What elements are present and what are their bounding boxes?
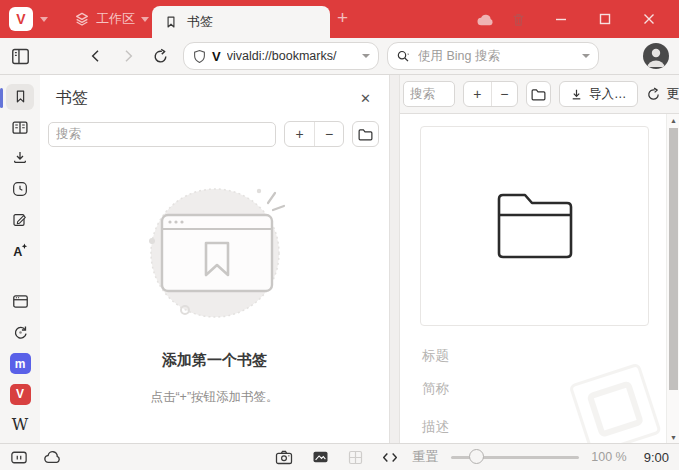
- panel-search-input[interactable]: [56, 127, 268, 141]
- trash-button[interactable]: [510, 11, 527, 28]
- session-loop-icon: [12, 324, 29, 341]
- rail-item-mastodon[interactable]: m: [6, 351, 34, 377]
- maximize-icon: [599, 13, 611, 25]
- rail-item-downloads[interactable]: [6, 146, 34, 172]
- workspace-label: 工作区: [96, 10, 135, 28]
- status-sync-button[interactable]: [43, 450, 63, 464]
- page-actions-button[interactable]: [312, 450, 329, 464]
- import-button[interactable]: 导入…: [559, 81, 638, 107]
- rail-item-bookmarks[interactable]: [6, 84, 34, 110]
- close-icon: [643, 13, 655, 25]
- panel-rail: A m: [0, 75, 40, 443]
- scroll-down-icon[interactable]: ▼: [667, 431, 679, 443]
- manager-toolbar: + − 导入…: [400, 75, 679, 113]
- empty-state-heading: 添加第一个书签: [162, 351, 267, 370]
- vivaldi-menu-button[interactable]: V: [9, 7, 33, 31]
- code-icon: [382, 451, 398, 464]
- manager-add-button[interactable]: +: [464, 82, 491, 106]
- bookmarks-empty-state: 添加第一个书签 点击“+”按钮添加书签。: [40, 151, 389, 443]
- bookmark-icon: [13, 88, 28, 105]
- manager-search-input[interactable]: [410, 87, 448, 101]
- status-panel-toggle-button[interactable]: [10, 450, 28, 465]
- translate-icon: A: [11, 242, 29, 259]
- profile-avatar[interactable]: [643, 43, 669, 69]
- camera-icon: [275, 450, 293, 465]
- cloud-icon: [476, 12, 496, 27]
- panel-search-box[interactable]: [48, 122, 276, 147]
- minimize-button[interactable]: [539, 0, 583, 38]
- maximize-button[interactable]: [583, 0, 627, 38]
- bookmarks-manager: + − 导入…: [400, 75, 679, 443]
- search-field[interactable]: [387, 42, 599, 70]
- reload-button[interactable]: [146, 38, 174, 74]
- empty-state-hint: 点击“+”按钮添加书签。: [150, 389, 278, 406]
- panel-add-remove-group: + −: [284, 121, 344, 147]
- empty-bookmarks-illustration: [135, 179, 295, 325]
- bookmark-icon: [164, 14, 178, 30]
- address-bar: V vivaldi://bookmarks/: [0, 38, 679, 75]
- rail-item-reading-list[interactable]: [6, 115, 34, 141]
- forward-button[interactable]: [114, 38, 142, 74]
- reload-icon: [152, 48, 169, 65]
- rail-item-translate[interactable]: A: [6, 238, 34, 264]
- rail-item-sessions[interactable]: [6, 320, 34, 346]
- bookmark-detail-card: [420, 126, 649, 326]
- manager-remove-button[interactable]: −: [491, 82, 518, 106]
- capture-button[interactable]: [275, 450, 293, 465]
- back-icon: [88, 48, 104, 64]
- image-icon: [312, 450, 329, 464]
- manager-content: 标题 简称 描述 ▲ ▼: [400, 113, 679, 443]
- sync-status-button[interactable]: [476, 12, 496, 27]
- new-tab-button[interactable]: +: [337, 8, 348, 28]
- panel-resize-gutter[interactable]: [390, 75, 400, 443]
- manager-search-box[interactable]: [403, 81, 455, 107]
- url-dropdown-caret-icon[interactable]: [362, 54, 370, 58]
- page-source-button[interactable]: [382, 451, 398, 464]
- field-label-description: 描述: [422, 418, 449, 436]
- rail-item-notes[interactable]: [6, 207, 34, 233]
- tiling-button[interactable]: [348, 450, 363, 465]
- rail-item-windows[interactable]: [6, 289, 34, 315]
- update-thumbnails-button[interactable]: 更: [646, 86, 679, 103]
- title-bar: V 工作区 书签 +: [0, 0, 679, 38]
- add-bookmark-button[interactable]: +: [285, 122, 314, 146]
- rail-item-wikipedia[interactable]: W: [6, 412, 34, 438]
- manager-scrollbar[interactable]: ▲ ▼: [666, 114, 679, 443]
- scroll-up-icon[interactable]: ▲: [667, 114, 679, 126]
- clock[interactable]: 9:00: [644, 450, 669, 465]
- folder-icon: [357, 127, 374, 142]
- close-window-button[interactable]: [627, 0, 671, 38]
- url-field[interactable]: V vivaldi://bookmarks/: [183, 42, 379, 70]
- vivaldi-panel-icon: V: [10, 384, 31, 405]
- search-engine-caret-icon[interactable]: [582, 54, 590, 58]
- zoom-slider[interactable]: [451, 449, 579, 465]
- import-arrow-icon: [570, 88, 583, 101]
- layers-icon: [74, 11, 90, 27]
- window-panel-icon: [12, 294, 29, 309]
- panel-title: 书签: [56, 88, 88, 109]
- manager-add-remove-group: + −: [463, 81, 518, 107]
- refresh-icon: [646, 87, 661, 102]
- rail-item-vivaldi[interactable]: V: [6, 381, 34, 407]
- large-folder-icon: [487, 185, 583, 267]
- zoom-slider-handle[interactable]: [469, 449, 484, 464]
- shield-icon: [193, 49, 206, 64]
- rail-item-history[interactable]: [6, 176, 34, 202]
- tile-grid-icon: [348, 450, 363, 465]
- panel-toggle-button[interactable]: [6, 38, 34, 74]
- site-favicon-icon: V: [212, 49, 221, 64]
- new-folder-button[interactable]: [352, 121, 379, 147]
- zoom-reset-button[interactable]: 重置: [412, 448, 438, 466]
- scrollbar-thumb[interactable]: [669, 128, 678, 390]
- tab-bookmarks[interactable]: 书签: [152, 6, 330, 38]
- back-button[interactable]: [82, 38, 110, 74]
- panel-toggle-icon: [10, 450, 28, 465]
- folder-icon: [530, 87, 547, 102]
- search-input[interactable]: [418, 49, 576, 63]
- sidebar-icon: [11, 48, 30, 65]
- vivaldi-menu-caret-icon[interactable]: [40, 17, 48, 22]
- remove-bookmark-button[interactable]: −: [314, 122, 343, 146]
- manager-new-folder-button[interactable]: [526, 81, 551, 107]
- workspace-button[interactable]: 工作区: [74, 10, 149, 28]
- panel-close-button[interactable]: ✕: [356, 89, 375, 108]
